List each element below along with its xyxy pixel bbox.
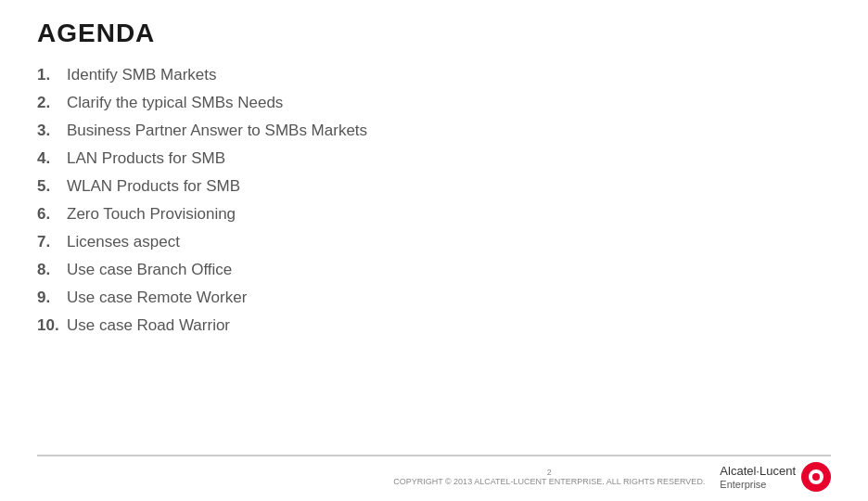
item-text-6: Zero Touch Provisioning [67, 205, 236, 224]
item-number-10: 10. [37, 316, 67, 335]
item-number-6: 6. [37, 205, 67, 224]
list-item: 7. Licenses aspect [37, 228, 831, 256]
item-text-4: LAN Products for SMB [67, 149, 225, 168]
item-text-10: Use case Road Warrior [67, 316, 230, 335]
item-number-5: 5. [37, 177, 67, 196]
footer-center: 2 COPYRIGHT © 2013 ALCATEL-LUCENT ENTERP… [378, 468, 720, 486]
footer-logo: Alcatel·Lucent Enterprise [720, 462, 831, 492]
item-text-9: Use case Remote Worker [67, 289, 247, 307]
item-number-7: 7. [37, 233, 67, 251]
list-item: 10. Use case Road Warrior [37, 312, 831, 340]
list-item: 3. Business Partner Answer to SMBs Marke… [37, 117, 831, 145]
page-title: AGENDA [37, 19, 831, 48]
item-text-3: Business Partner Answer to SMBs Markets [67, 122, 367, 140]
logo-sub: Enterprise [720, 479, 796, 490]
item-number-9: 9. [37, 289, 67, 307]
copyright-text: COPYRIGHT © 2013 ALCATEL-LUCENT ENTERPRI… [378, 477, 720, 486]
list-item: 6. Zero Touch Provisioning [37, 200, 831, 228]
item-number-1: 1. [37, 66, 67, 84]
list-item: 8. Use case Branch Office [37, 256, 831, 284]
item-text-7: Licenses aspect [67, 233, 180, 251]
page-number: 2 [378, 468, 720, 477]
item-text-2: Clarify the typical SMBs Needs [67, 94, 283, 112]
list-item: 5. WLAN Products for SMB [37, 173, 831, 200]
item-text-8: Use case Branch Office [67, 261, 232, 279]
logo-brand: Alcatel·Lucent [720, 464, 796, 479]
list-item: 1. Identify SMB Markets [37, 61, 831, 89]
list-item: 2. Clarify the typical SMBs Needs [37, 89, 831, 117]
item-text-1: Identify SMB Markets [67, 66, 217, 84]
footer: 2 COPYRIGHT © 2013 ALCATEL-LUCENT ENTERP… [37, 455, 831, 492]
alcatel-lucent-logo-svg [801, 462, 831, 492]
svg-point-2 [812, 473, 820, 481]
item-number-2: 2. [37, 94, 67, 112]
list-item: 9. Use case Remote Worker [37, 284, 831, 312]
item-number-4: 4. [37, 149, 67, 168]
item-number-3: 3. [37, 122, 67, 140]
item-text-5: WLAN Products for SMB [67, 177, 240, 196]
agenda-list: 1. Identify SMB Markets 2. Clarify the t… [37, 61, 831, 455]
list-item: 4. LAN Products for SMB [37, 145, 831, 173]
page-container: AGENDA 1. Identify SMB Markets 2. Clarif… [0, 0, 868, 501]
item-number-8: 8. [37, 261, 67, 279]
logo-icon [801, 462, 831, 492]
